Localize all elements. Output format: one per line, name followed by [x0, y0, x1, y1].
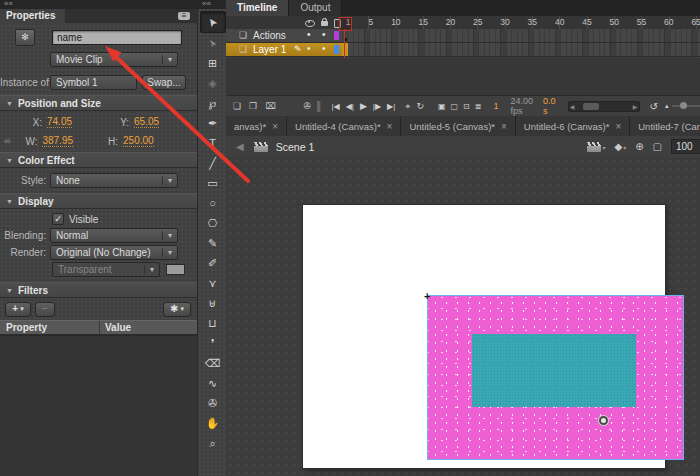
layer-name[interactable]: Actions [253, 29, 286, 42]
document-tab[interactable]: Untitled-5 (Canvas)* × [401, 116, 515, 136]
column-value[interactable]: Value [100, 321, 197, 334]
scene-label[interactable]: Scene 1 [276, 141, 315, 153]
pencil-tool[interactable]: ✎ [201, 233, 225, 253]
edit-multiple-frames-button[interactable]: ⊡ [463, 102, 470, 111]
scroll-left-icon[interactable]: ◀ [569, 103, 576, 110]
new-folder-button[interactable]: ❐ [249, 101, 257, 111]
symbol-type-dropdown[interactable]: Movie Clip ▾ [50, 52, 178, 67]
delete-layer-button[interactable]: ⌧ [265, 101, 275, 111]
camera-tool[interactable]: ✇ [201, 393, 225, 413]
layer-visibility-dot[interactable]: • [307, 43, 311, 55]
scrollbar-thumb[interactable] [583, 103, 599, 110]
slider-knob[interactable] [680, 102, 687, 109]
section-filters[interactable]: ▼ Filters [0, 282, 197, 298]
layer-row-actions[interactable]: ❏ Actions • • [226, 29, 700, 43]
back-arrow-icon[interactable]: ◀ [236, 141, 244, 152]
document-tab[interactable]: Untitled-7 (Canvas)* × [630, 116, 700, 136]
step-forward-button[interactable]: |▶ [373, 102, 381, 111]
subselection-tool[interactable]: ➢ [201, 33, 225, 53]
layer-visibility-dot[interactable]: • [307, 29, 311, 41]
eyedropper-tool[interactable]: ❜ [201, 333, 225, 353]
center-stage-button[interactable]: ⊕ [635, 141, 643, 152]
close-icon[interactable]: × [615, 121, 621, 132]
modify-markers-button[interactable]: ≣ [475, 102, 482, 111]
panel-tab[interactable]: Timeline [226, 0, 289, 16]
timeline-ruler[interactable]: 1 5 10 15 20 25 30 35 40 45 50 55 [342, 16, 700, 29]
reset-timeline-zoom-button[interactable]: ↺ [650, 101, 658, 112]
render-dropdown[interactable]: Original (No Change) ▾ [50, 245, 178, 260]
pen-tool[interactable]: ✒ [201, 113, 225, 133]
step-back-button[interactable]: ◀| [346, 102, 354, 111]
document-tab[interactable]: Untitled-4 (Canvas)* × [287, 116, 401, 136]
polystar-tool[interactable]: ⎔ [201, 213, 225, 233]
zoom-tool[interactable]: ⌕ [201, 433, 225, 453]
ink-bottle-tool[interactable]: ⊔ [201, 313, 225, 333]
paint-bucket-tool[interactable]: ⊎ [201, 293, 225, 313]
tools-collapse-strip[interactable]: «« [198, 0, 227, 9]
hand-tool[interactable]: ✋ [201, 413, 225, 433]
selected-movie-clip-rectangle[interactable]: + [427, 295, 684, 460]
section-display[interactable]: ▼ Display [0, 193, 197, 209]
visible-checkbox[interactable]: ✓ [52, 213, 64, 225]
panel-menu-icon[interactable]: ≡ [178, 12, 190, 20]
instance-name-input[interactable]: name [52, 30, 182, 45]
panel-tab[interactable]: Output [289, 0, 342, 16]
close-icon[interactable]: × [272, 121, 278, 132]
close-icon[interactable]: × [501, 121, 507, 132]
play-button[interactable]: ▶ [360, 101, 367, 111]
column-property[interactable]: Property [0, 321, 100, 334]
add-camera-button[interactable]: ✇ [304, 101, 312, 111]
remove-filter-button[interactable]: − [35, 302, 55, 317]
style-dropdown[interactable]: None ▾ [50, 173, 178, 188]
layer-lock-dot[interactable]: • [322, 43, 326, 55]
stage-canvas[interactable]: + [303, 205, 665, 468]
onion-skin-outlines-button[interactable]: ▢ [451, 102, 459, 111]
layer-frames[interactable] [342, 29, 700, 43]
section-color-effect[interactable]: ▼ Color Effect [0, 152, 197, 168]
document-tab[interactable]: anvas)* × [226, 116, 287, 136]
section-position-and-size[interactable]: ▼ Position and Size [0, 95, 197, 111]
new-layer-button[interactable]: ❏ [233, 101, 241, 111]
bone-tool[interactable]: ⋎ [201, 273, 225, 293]
go-to-first-frame-button[interactable]: |◀ [331, 102, 339, 111]
playhead[interactable] [339, 17, 352, 31]
edit-symbols-button[interactable]: ◆▾ [614, 141, 626, 152]
zoom-out-tick-icon[interactable]: ▴ [665, 102, 669, 110]
add-filter-button[interactable]: + ▾ [5, 302, 31, 317]
layer-frames[interactable] [342, 43, 700, 57]
collapse-panel-icon[interactable]: «« [4, 0, 13, 8]
stage-pasteboard[interactable]: + [226, 157, 700, 476]
rectangle-tool[interactable]: ▭ [201, 173, 225, 193]
close-icon[interactable]: × [387, 121, 393, 132]
layer-name[interactable]: Layer 1 [253, 43, 286, 56]
stage-zoom-input[interactable]: 100 [671, 139, 700, 154]
text-tool[interactable]: T [201, 133, 225, 153]
center-frame-button[interactable]: ⌖ [405, 101, 410, 112]
document-tab[interactable]: Untitled-6 (Canvas)* × [516, 116, 630, 136]
swap-button[interactable]: Swap... [142, 75, 186, 90]
collapse-panel-icon[interactable]: «« [202, 0, 211, 8]
layer-lock-dot[interactable]: • [322, 29, 326, 41]
tab-properties[interactable]: Properties [0, 9, 65, 23]
filter-options-button[interactable]: ✱ ▾ [163, 302, 191, 317]
width-tool[interactable]: ∿ [201, 373, 225, 393]
elapsed-time-indicator[interactable]: 0.0 s [543, 96, 556, 117]
eraser-tool[interactable]: ⌫ [201, 353, 225, 373]
clip-content-button[interactable]: ▢ [653, 141, 662, 152]
layer-row-layer1[interactable]: ❏ Layer 1 ✎ • • [226, 43, 700, 57]
onion-skin-button[interactable]: ▣ [438, 102, 446, 111]
frame-rate-indicator[interactable]: 24.00 fps [511, 96, 534, 116]
blending-dropdown[interactable]: Normal ▾ [50, 228, 178, 243]
y-value[interactable]: 65.05 [134, 116, 159, 128]
loop-button[interactable]: ↻ [416, 101, 424, 111]
scroll-right-icon[interactable]: ▶ [632, 103, 639, 110]
panel-collapse-strip[interactable]: «« [0, 0, 197, 9]
go-to-last-frame-button[interactable]: ▶| [387, 102, 395, 111]
lock-layers-icon[interactable] [321, 21, 328, 26]
oval-tool[interactable]: ○ [201, 193, 225, 213]
x-value[interactable]: 74.05 [47, 116, 72, 128]
timeline-scrollbar[interactable]: ◀ ▶ [568, 101, 640, 112]
h-value[interactable]: 250.00 [123, 135, 154, 147]
brush-tool[interactable]: ✐ [201, 253, 225, 273]
selection-tool[interactable]: ➤ [200, 11, 226, 33]
